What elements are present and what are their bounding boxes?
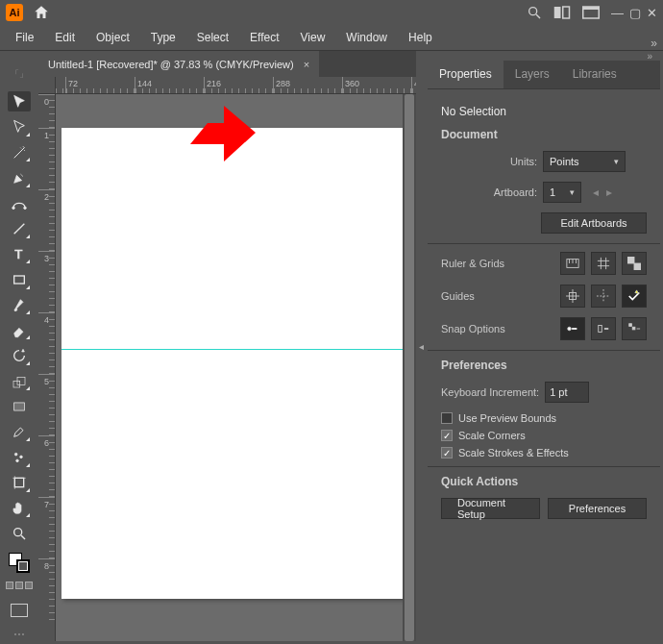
svg-rect-36	[629, 324, 632, 327]
use-preview-bounds-checkbox[interactable]: Use Preview Bounds	[441, 412, 647, 424]
window-controls: — ▢ ✕	[611, 6, 657, 20]
units-label: Units:	[441, 156, 537, 167]
close-tab-icon[interactable]: ×	[304, 59, 309, 70]
canvas-viewport[interactable]	[56, 94, 416, 641]
gradient-tool[interactable]	[8, 396, 31, 416]
symbol-sprayer-tool[interactable]	[8, 447, 31, 467]
vertical-scrollbar[interactable]	[403, 94, 416, 641]
minimize-button[interactable]: —	[611, 6, 624, 20]
ruler-tick: 360	[345, 79, 359, 88]
prev-artboard-icon[interactable]: ◂	[593, 186, 599, 199]
document-section-title: Document	[441, 128, 647, 141]
menu-help[interactable]: Help	[399, 27, 442, 48]
tab-properties[interactable]: Properties	[428, 61, 503, 88]
eraser-tool[interactable]	[8, 320, 31, 340]
snap-point-icon[interactable]	[560, 317, 585, 340]
ruler-origin[interactable]	[38, 77, 56, 94]
hand-tool[interactable]	[8, 498, 31, 518]
scale-strokes-checkbox[interactable]: ✓Scale Strokes & Effects	[441, 447, 647, 458]
ruler-grids-label: Ruler & Grids	[441, 258, 504, 269]
app-icon: Ai	[6, 4, 23, 21]
magic-wand-tool[interactable]	[8, 142, 31, 162]
show-guides-icon[interactable]	[560, 285, 585, 308]
keyboard-increment-label: Keyboard Increment:	[441, 386, 539, 398]
ruler-toggle-icon[interactable]	[560, 252, 585, 275]
artboard[interactable]	[61, 128, 407, 599]
artboard-tool[interactable]	[8, 473, 31, 493]
units-select[interactable]: Points▾	[543, 151, 626, 172]
panel-dock-strip[interactable]: ◂	[416, 51, 428, 641]
svg-point-17	[16, 459, 19, 462]
maximize-button[interactable]: ▢	[629, 6, 641, 20]
edit-toolbar-icon[interactable]: ⋯	[13, 628, 25, 641]
snap-options-label: Snap Options	[441, 323, 505, 334]
workspace-icon[interactable]	[582, 6, 600, 19]
menu-window[interactable]: Window	[336, 27, 397, 48]
collapse-panel-icon[interactable]: »	[428, 51, 660, 61]
keyboard-increment-field[interactable]: 1 pt	[545, 382, 589, 403]
expand-panels-icon[interactable]: »	[651, 37, 657, 50]
checkbox-label: Use Preview Bounds	[458, 412, 556, 424]
horizontal-ruler[interactable]: 72 144 216 288 360 432 504 576	[56, 77, 416, 94]
eyedropper-tool[interactable]	[8, 422, 31, 442]
svg-rect-37	[632, 327, 635, 330]
svg-rect-5	[583, 7, 600, 10]
type-tool[interactable]: T	[8, 244, 31, 264]
close-button[interactable]: ✕	[647, 6, 657, 20]
snap-pixel-icon[interactable]	[622, 317, 647, 340]
zoom-tool[interactable]	[8, 523, 31, 543]
edit-artboards-button[interactable]: Edit Artboards	[541, 212, 647, 234]
main-area: 「」 T ⋯ Untitled-1 [Recovered]* @ 37.83 %…	[4, 51, 660, 641]
scale-tool[interactable]	[8, 371, 31, 391]
curvature-tool[interactable]	[8, 193, 31, 213]
svg-point-6	[12, 207, 15, 210]
line-tool[interactable]	[8, 218, 31, 238]
artboard-select[interactable]: 1▾	[543, 182, 581, 203]
scale-corners-checkbox[interactable]: ✓Scale Corners	[441, 430, 647, 441]
menu-edit[interactable]: Edit	[45, 27, 85, 48]
svg-rect-27	[627, 257, 634, 263]
document-tab[interactable]: Untitled-1 [Recovered]* @ 37.83 % (CMYK/…	[38, 51, 319, 77]
snap-grid-icon[interactable]	[591, 317, 616, 340]
chevron-down-icon: ▾	[614, 157, 619, 166]
brush-tool[interactable]	[8, 295, 31, 315]
search-icon[interactable]	[527, 5, 542, 20]
vertical-ruler[interactable]: 0 1 2 3 4 5 6 7 8	[38, 94, 56, 641]
svg-point-16	[20, 456, 23, 458]
home-icon[interactable]	[33, 4, 50, 21]
menu-bar: File Edit Object Type Select Effect View…	[0, 25, 663, 51]
next-artboard-icon[interactable]: ▸	[606, 186, 612, 199]
selection-tool[interactable]	[8, 91, 31, 111]
arrange-icon[interactable]	[553, 6, 571, 19]
tab-libraries[interactable]: Libraries	[561, 61, 628, 88]
quick-actions-title: Quick Actions	[441, 475, 647, 488]
ruler-tick: 3	[38, 251, 55, 312]
rectangle-tool[interactable]	[8, 269, 31, 289]
svg-rect-28	[634, 263, 641, 270]
svg-rect-2	[554, 7, 561, 18]
svg-point-21	[14, 529, 22, 536]
color-mode-toggles[interactable]	[6, 582, 33, 589]
menu-view[interactable]: View	[291, 27, 335, 48]
chevron-down-icon: ▾	[570, 187, 575, 197]
menu-file[interactable]: File	[6, 27, 43, 48]
transparency-grid-icon[interactable]	[622, 252, 647, 275]
smart-guides-icon[interactable]	[622, 285, 647, 308]
lock-guides-icon[interactable]	[591, 285, 616, 308]
horizontal-guide[interactable]	[61, 349, 407, 350]
menu-type[interactable]: Type	[141, 27, 185, 48]
tools-panel: 「」 T ⋯	[4, 51, 35, 641]
menu-object[interactable]: Object	[86, 27, 139, 48]
direct-selection-tool[interactable]	[8, 116, 31, 136]
pen-tool[interactable]	[8, 167, 31, 187]
tab-layers[interactable]: Layers	[503, 61, 561, 88]
menu-effect[interactable]: Effect	[240, 27, 288, 48]
menu-select[interactable]: Select	[187, 27, 238, 48]
screen-mode-toggle[interactable]	[11, 604, 28, 617]
document-setup-button[interactable]: Document Setup	[441, 498, 540, 519]
tools-grip[interactable]: 「」	[11, 68, 28, 81]
fill-stroke-swatch[interactable]	[9, 553, 30, 573]
preferences-button[interactable]: Preferences	[548, 498, 647, 519]
grid-toggle-icon[interactable]	[591, 252, 616, 275]
rotate-tool[interactable]	[8, 345, 31, 365]
